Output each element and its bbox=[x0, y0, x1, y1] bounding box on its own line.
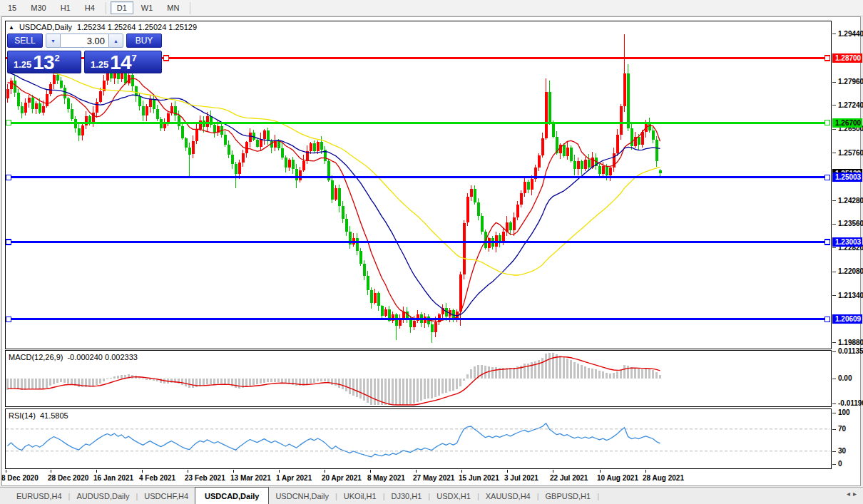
support-price-label: 1.26700 bbox=[832, 118, 862, 128]
chart-tab-EURUSD-H4[interactable]: EURUSD,H4 bbox=[10, 488, 68, 504]
macd-axis-tick: -0.01190 bbox=[838, 399, 863, 408]
date-axis-tick-mark bbox=[370, 470, 371, 473]
sell-button[interactable]: SELL bbox=[7, 34, 43, 48]
price-axis-tick-mark bbox=[832, 342, 836, 343]
chart-tab-GBPUSD-H1[interactable]: GBPUSD,H1 bbox=[539, 488, 598, 504]
date-axis-label: 10 Aug 2021 bbox=[597, 474, 638, 482]
price-axis-tick: 1.27240 bbox=[838, 101, 863, 110]
chart-tab-USDCHF-H4[interactable]: USDCHF,H4 bbox=[138, 488, 195, 504]
support-price-label: 1.20609 bbox=[832, 314, 862, 324]
macd-axis-tick-mark bbox=[832, 403, 836, 404]
date-axis-tick-mark bbox=[461, 470, 462, 473]
chart-tab-UKOil-H1[interactable]: UKOil,H1 bbox=[337, 488, 383, 504]
buy-price-button[interactable]: 1.25 14 7 bbox=[84, 51, 162, 73]
rsi-axis-tick-mark bbox=[832, 464, 836, 465]
timeframe-toolbar: 15M30H1H4D1W1MN bbox=[0, 0, 863, 16]
collapse-panel-icon[interactable]: ▲ bbox=[9, 24, 14, 31]
tab-separator: | bbox=[597, 488, 599, 504]
support-price-label: 1.25003 bbox=[832, 173, 862, 182]
date-axis-label: 27 May 2021 bbox=[413, 474, 454, 482]
rsi-pane[interactable] bbox=[5, 408, 832, 469]
tab-scroll-right-icon[interactable]: ▸ bbox=[853, 490, 859, 498]
price-axis-tick: 1.27960 bbox=[838, 78, 863, 86]
volume-decrease-button[interactable]: ▼ bbox=[46, 34, 61, 48]
chart-header: ▲ USDCAD,Daily 1.25234 1.25264 1.25024 1… bbox=[9, 23, 197, 31]
date-axis-label: 16 Jan 2021 bbox=[93, 474, 133, 482]
date-axis-tick-mark bbox=[51, 470, 51, 473]
rsi-axis-tick: 0 bbox=[838, 460, 842, 468]
symbol-tab-bar: EURUSD,H4|AUDUSD,Daily|USDCHF,H4USDCAD,D… bbox=[0, 487, 863, 504]
ma-line-10[interactable] bbox=[8, 78, 660, 322]
volume-input[interactable] bbox=[61, 34, 108, 48]
timeframe-button-H1[interactable]: H1 bbox=[54, 1, 77, 14]
date-axis-label: 13 Mar 2021 bbox=[230, 474, 271, 482]
price-axis-tick-mark bbox=[832, 82, 836, 83]
buy-price-big: 14 bbox=[110, 53, 131, 72]
timeframe-button-W1[interactable]: W1 bbox=[135, 1, 160, 14]
rsi-axis-tick-mark bbox=[832, 413, 836, 413]
support-price-label: 1.23003 bbox=[832, 237, 862, 247]
timeframe-button-H4[interactable]: H4 bbox=[78, 1, 101, 14]
price-axis-tick-mark bbox=[832, 224, 836, 225]
buy-price-pipette: 7 bbox=[131, 53, 136, 63]
macd-values: -0.000240 0.002333 bbox=[67, 353, 137, 361]
macd-axis-tick: 0.01135 bbox=[838, 347, 863, 356]
horizontal-line-1.25003[interactable] bbox=[6, 175, 830, 180]
macd-signal-line bbox=[8, 357, 660, 406]
price-axis-tick-mark bbox=[832, 129, 836, 130]
date-axis-tick-mark bbox=[142, 470, 143, 473]
date-axis-tick-mark bbox=[6, 470, 6, 473]
timeframe-button-M30[interactable]: M30 bbox=[24, 1, 52, 14]
volume-increase-button[interactable]: ▲ bbox=[108, 34, 123, 48]
price-axis-tick-mark bbox=[832, 247, 836, 248]
price-axis-tick-mark bbox=[832, 272, 836, 272]
chart-tab-USDCAD-Daily[interactable]: USDCAD,Daily bbox=[195, 487, 269, 504]
price-axis-tick: 1.21340 bbox=[838, 292, 863, 300]
price-axis-tick-mark bbox=[832, 200, 836, 201]
date-axis-label: 28 Aug 2021 bbox=[643, 474, 684, 482]
macd-indicator-label: MACD(12,26,9) -0.000240 0.002333 bbox=[9, 353, 138, 361]
tab-scroll-left-icon[interactable]: ◂ bbox=[847, 490, 853, 498]
rsi-axis-tick: 70 bbox=[838, 425, 846, 433]
chart-tab-XAUUSD-H4[interactable]: XAUUSD,H4 bbox=[479, 488, 537, 504]
rsi-value: 41.5805 bbox=[40, 411, 68, 420]
timeframe-button-D1[interactable]: D1 bbox=[111, 1, 133, 14]
date-axis-label: 22 Jul 2021 bbox=[550, 474, 588, 482]
ma-line-25[interactable] bbox=[8, 73, 660, 316]
rsi-axis-tick-mark bbox=[832, 429, 836, 430]
candlestick-series bbox=[6, 34, 662, 343]
price-axis-tick: 1.29440 bbox=[838, 30, 863, 38]
tab-scroll-arrows: ◂▸ bbox=[847, 490, 859, 498]
timeframe-button-15[interactable]: 15 bbox=[1, 1, 23, 14]
chevron-down-icon: ▼ bbox=[51, 38, 56, 43]
date-axis-label: 8 May 2021 bbox=[367, 474, 405, 482]
rsi-name: RSI(14) bbox=[9, 411, 36, 420]
buy-button[interactable]: BUY bbox=[126, 34, 162, 48]
price-axis-tick: 1.23560 bbox=[838, 220, 863, 228]
toolbar-separator bbox=[190, 2, 190, 14]
date-axis-label: 1 Apr 2021 bbox=[276, 474, 312, 482]
price-axis-tick: 1.25760 bbox=[838, 149, 863, 158]
date-axis-tick-mark bbox=[416, 470, 417, 473]
rsi-line bbox=[8, 423, 660, 457]
trade-panel-row: SELL ▼ ▲ BUY bbox=[6, 33, 163, 48]
buy-price-small: 1.25 bbox=[91, 59, 108, 70]
resistance-price-label: 1.28700 bbox=[832, 53, 862, 63]
chart-tab-AUDUSD-Daily[interactable]: AUDUSD,Daily bbox=[70, 488, 136, 504]
chart-tab-USDX-H1[interactable]: USDX,H1 bbox=[430, 488, 477, 504]
date-axis-label: 23 Feb 2021 bbox=[185, 474, 225, 482]
timeframe-button-MN[interactable]: MN bbox=[160, 1, 185, 14]
sell-price-button[interactable]: 1.25 13 2 bbox=[7, 51, 81, 73]
date-axis-tick-mark bbox=[553, 470, 553, 473]
price-axis-tick-mark bbox=[832, 153, 836, 153]
horizontal-line-1.23003[interactable] bbox=[6, 240, 830, 245]
chart-tab-USDCNH-Daily[interactable]: USDCNH,Daily bbox=[269, 488, 335, 504]
price-axis-tick: 1.19880 bbox=[838, 339, 863, 347]
macd-name: MACD(12,26,9) bbox=[9, 353, 63, 361]
date-axis-tick-mark bbox=[188, 470, 188, 473]
chart-tab-DJ30-H1[interactable]: DJ30,H1 bbox=[385, 488, 429, 504]
date-axis-tick-mark bbox=[325, 470, 325, 473]
price-axis-tick-mark bbox=[832, 34, 836, 34]
horizontal-line-1.267[interactable] bbox=[6, 120, 830, 125]
date-axis-label: 20 Apr 2021 bbox=[322, 474, 362, 482]
